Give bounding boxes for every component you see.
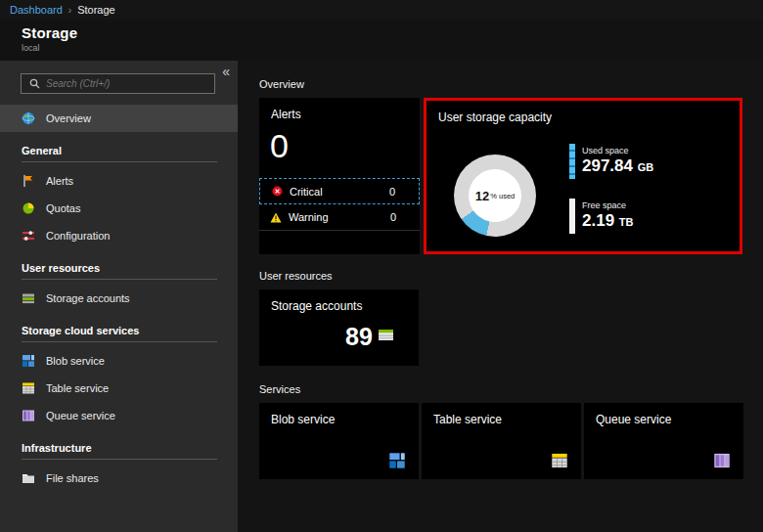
used-space-bar-icon [569,144,575,179]
alert-row-critical[interactable]: Critical 0 [259,178,420,204]
flag-icon [22,174,35,188]
globe-icon [22,111,35,125]
sidebar-item-blob-service[interactable]: Blob service [0,347,238,375]
sidebar-item-quotas[interactable]: Quotas [0,195,238,222]
sidebar-item-queue-service[interactable]: Queue service [0,402,238,429]
used-space-value: 297.84 [582,156,633,175]
overview-section-label: Overview [259,78,741,92]
sidebar-item-label: Configuration [46,230,110,242]
sidebar-item-file-shares[interactable]: File shares [0,465,238,492]
search-input[interactable] [46,78,208,89]
sidebar-item-label: Storage accounts [46,292,130,304]
sidebar-item-label: Quotas [46,202,80,214]
sidebar: « Overview General Alerts [0,61,238,532]
user-resources-tiles-row: Storage accounts 89 [259,289,741,366]
folder-icon [22,471,35,485]
queue-icon [22,409,35,422]
storage-capacity-donut-chart: 12 % used [454,155,536,237]
sidebar-section-title-user-resources: User resources [22,262,216,274]
page-title: Storage [22,24,293,41]
free-space-unit: TB [619,216,634,228]
queue-icon [713,452,731,469]
main-content: Overview Alerts 0 Critical 0 [238,61,763,532]
alert-row-label: Critical [290,186,323,198]
percent-used-suffix: % used [490,192,515,200]
breadcrumb-dashboard[interactable]: Dashboard [10,4,63,16]
sidebar-item-table-service[interactable]: Table service [0,375,238,402]
divider [22,161,217,162]
collapse-sidebar-icon[interactable]: « [222,65,230,78]
alert-row-value: 0 [389,186,408,198]
sidebar-item-label: Overview [46,112,91,124]
sidebar-item-label: Queue service [46,410,115,421]
percent-used-number: 12 [475,189,489,203]
used-space-label: Used space [582,146,653,155]
free-space-value: 2.19 [582,211,614,230]
free-space-label: Free space [582,200,634,210]
divider [22,459,217,460]
storage-accounts-tile[interactable]: Storage accounts 89 [259,289,419,366]
critical-icon [271,186,283,198]
sidebar-item-overview[interactable]: Overview [0,105,238,132]
alert-row-warning[interactable]: Warning 0 [259,204,420,231]
sidebar-item-storage-accounts[interactable]: Storage accounts [0,285,238,312]
alert-row-label: Warning [289,211,329,223]
free-space-stat: Free space 2.19 TB [569,199,634,234]
table-icon [22,381,35,395]
blob-service-tile[interactable]: Blob service [259,403,419,479]
sidebar-nav: Overview General Alerts Quotas Co [0,105,238,492]
table-service-tile-title: Table service [433,413,502,426]
storage-sheet-icon [378,328,394,346]
quota-pie-icon [22,201,35,215]
alert-row-value: 0 [390,211,409,223]
alerts-tile[interactable]: Alerts 0 Critical 0 Warning [259,98,420,254]
sidebar-item-configuration[interactable]: Configuration [0,222,238,249]
used-space-unit: GB [638,161,654,173]
storage-stack-icon [22,291,35,305]
queue-service-tile[interactable]: Queue service [584,403,743,479]
sidebar-section-title-storage-cloud-services: Storage cloud services [22,325,216,336]
sidebar-item-label: Table service [46,382,109,394]
sidebar-section-title-infrastructure: Infrastructure [22,442,216,454]
services-section-label: Services [259,383,741,397]
alerts-tile-title: Alerts [271,108,301,121]
blob-icon [388,452,406,469]
sidebar-section-title-general: General [22,145,216,156]
alerts-total-count: 0 [270,127,289,165]
storage-accounts-count-group: 89 [345,325,394,349]
sliders-icon [22,229,35,243]
search-icon [27,77,41,91]
page-header: Storage local [0,20,293,61]
queue-service-tile-title: Queue service [596,413,671,426]
table-service-tile[interactable]: Table service [422,403,581,479]
storage-accounts-count: 89 [345,325,373,349]
sidebar-item-label: File shares [46,472,99,484]
divider [22,279,217,280]
page-subtitle: local [22,43,293,53]
alert-rows: Critical 0 Warning 0 [259,178,420,231]
table-icon [551,452,568,469]
sidebar-item-label: Alerts [46,175,73,187]
sidebar-item-label: Blob service [46,355,105,367]
user-storage-capacity-tile[interactable]: User storage capacity 12 % used Used spa… [424,98,742,254]
user-resources-section-label: User resources [259,270,741,284]
warning-icon [270,211,282,223]
breadcrumb: Dashboard › Storage [0,0,763,20]
storage-blade: Dashboard › Storage Storage local « Over… [0,0,763,532]
divider [22,341,217,342]
capacity-tile-title: User storage capacity [438,111,552,124]
free-space-bar-icon [569,199,575,234]
blob-service-tile-title: Blob service [271,413,335,426]
breadcrumb-separator-icon: › [68,5,71,16]
breadcrumb-storage: Storage [77,4,115,16]
donut-center-label: 12 % used [469,169,521,222]
used-space-stat: Used space 297.84 GB [569,144,653,179]
sidebar-item-alerts[interactable]: Alerts [0,167,238,195]
storage-accounts-tile-title: Storage accounts [271,299,362,313]
services-tiles-row: Blob service Table service Queue service [259,403,741,479]
overview-tiles-row: Alerts 0 Critical 0 Warning [259,98,741,254]
blob-icon [22,354,35,368]
search-box[interactable] [21,73,215,94]
